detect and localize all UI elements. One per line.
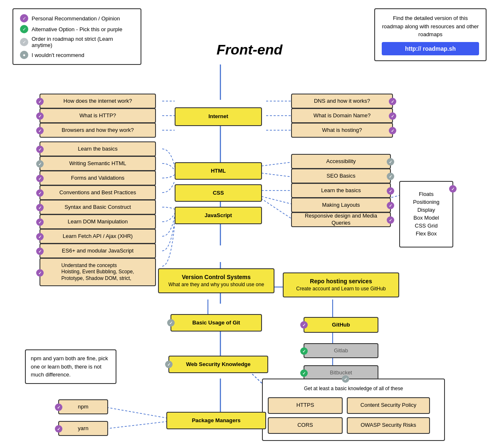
badge-conv: ✓ <box>36 189 44 197</box>
svg-line-10 <box>258 196 291 218</box>
badge-right2: ✓ <box>389 112 396 120</box>
seo-node: SEO Basics ✓ <box>291 168 391 183</box>
legend-item-gray: ● I wouldn't recommend <box>20 51 134 59</box>
badge-git: ✓ <box>167 319 175 327</box>
badge-concepts: ✓ <box>36 269 44 277</box>
npm-text-block: npm and yarn both are fine, pick one or … <box>25 349 116 384</box>
badge-npm: ✓ <box>55 403 62 411</box>
bitbucket-node: ✓ Bitbucket <box>304 365 378 380</box>
vcs-node: Version Control Systems What are they an… <box>158 268 274 293</box>
dns-node: DNS and how it works? ✓ <box>291 94 393 109</box>
accessibility-node: Accessibility ✓ <box>291 154 391 169</box>
fetch-node: ✓ Learn Fetch API / Ajax (XHR) <box>40 229 156 244</box>
badge-es6: ✓ <box>36 248 44 255</box>
github-node: ✓ GitHub <box>304 317 378 333</box>
badge-fetch: ✓ <box>36 233 44 240</box>
svg-line-9 <box>258 196 291 204</box>
legend-item-purple: ✓ Personal Recommendation / Opinion <box>20 14 134 22</box>
badge-sem: ✓ <box>36 160 44 168</box>
badge-resp: ✓ <box>387 216 394 224</box>
security-box: Get at least a basic knowledge of all of… <box>262 379 445 441</box>
learn-basics-css: Learn the basics ✓ <box>291 183 391 198</box>
badge-seo: ✓ <box>387 173 394 180</box>
badge-gitlab: ✓ <box>300 347 308 355</box>
badge-css-sub: ✓ <box>449 185 457 193</box>
badge-ml: ✓ <box>387 202 394 209</box>
info-box: Find the detailed version of this roadma… <box>374 8 487 61</box>
badge-purple3: ✓ <box>36 127 44 134</box>
making-layouts-node: Making Layouts ✓ <box>291 198 391 213</box>
url-button[interactable]: http:// roadmap.sh <box>382 42 479 55</box>
how-internet-node: ✓ How does the internet work? <box>40 94 156 109</box>
badge-secbox: ✓ <box>342 375 349 383</box>
legend: ✓ Personal Recommendation / Opinion ✓ Al… <box>12 8 141 65</box>
es6-node: ✓ ES6+ and modular JavaScript <box>40 243 156 258</box>
badge-right1: ✓ <box>389 98 396 105</box>
css-node: CSS <box>175 184 262 202</box>
what-http-node: ✓ What is HTTP? <box>40 108 156 123</box>
badge-gh: ✓ <box>300 321 308 329</box>
owasp-node: OWASP Security Risks <box>347 417 430 434</box>
responsive-node: Responsive design and Media Queries ✓ <box>291 212 391 227</box>
badge-lb1: ✓ <box>36 146 44 153</box>
yarn-node: ✓ yarn <box>58 421 108 436</box>
js-node: JavaScript <box>175 207 262 224</box>
badge-yarn: ✓ <box>55 425 62 433</box>
badge-acc: ✓ <box>387 158 394 166</box>
dom-node: ✓ Learn DOM Manipulation <box>40 214 156 229</box>
hosting-node: What is hosting? ✓ <box>291 123 393 138</box>
badge-dom: ✓ <box>36 218 44 226</box>
svg-line-7 <box>258 173 291 177</box>
learn-basics-html: ✓ Learn the basics <box>40 141 156 156</box>
package-managers-node: Package Managers <box>166 412 266 429</box>
domain-node: What is Domain Name? ✓ <box>291 108 393 123</box>
css-sub-nodes: Floats Positioning Display Box Model CSS… <box>399 181 453 248</box>
conventions-node: ✓ Conventions and Best Practices <box>40 185 156 200</box>
page-title: Front-end <box>217 42 283 58</box>
internet-node: Internet <box>175 107 262 126</box>
basic-git-node: ✓ Basic Usage of Git <box>170 314 262 332</box>
repo-hosting-node: Repo hosting services Create account and… <box>283 272 399 297</box>
badge-right3: ✓ <box>389 127 396 134</box>
web-security-node: ✓ Web Security Knowledge <box>168 356 268 373</box>
gray-icon: ● <box>20 51 28 59</box>
forms-node: ✓ Forms and Validations <box>40 171 156 186</box>
svg-line-6 <box>258 162 291 166</box>
legend-item-green: ✓ Alternative Option - Pick this or purp… <box>20 25 134 33</box>
badge-css-lb: ✓ <box>387 187 394 195</box>
syntax-node: ✓ Syntax and Basic Construct <box>40 200 156 215</box>
green-check-icon: ✓ <box>20 25 28 33</box>
badge-purple2: ✓ <box>36 112 44 120</box>
info-text: Find the detailed version of this roadma… <box>382 14 479 39</box>
https-node: HTTPS <box>268 397 343 414</box>
semantic-html: ✓ Writing Semantic HTML <box>40 156 156 171</box>
badge-forms: ✓ <box>36 175 44 182</box>
badge-ws: ✓ <box>165 361 173 368</box>
concepts-node: ✓ Understand the conceptsHoisting, Event… <box>40 258 156 286</box>
csp-node: Content Security Policy <box>347 397 430 414</box>
badge-syn: ✓ <box>36 204 44 211</box>
browsers-node: ✓ Browsers and how they work? <box>40 123 156 138</box>
npm-node: ✓ npm <box>58 399 108 414</box>
gray-light-check-icon: ✓ <box>20 38 28 46</box>
cors-node: CORS <box>268 417 343 434</box>
gitlab-node: ✓ Gitlab <box>304 343 378 358</box>
html-node: HTML <box>175 162 262 180</box>
purple-check-icon: ✓ <box>20 14 28 22</box>
badge-purple: ✓ <box>36 98 44 105</box>
legend-item-gray-light: ✓ Order in roadmap not strict (Learn any… <box>20 36 134 48</box>
badge-bitbucket: ✓ <box>300 369 308 377</box>
